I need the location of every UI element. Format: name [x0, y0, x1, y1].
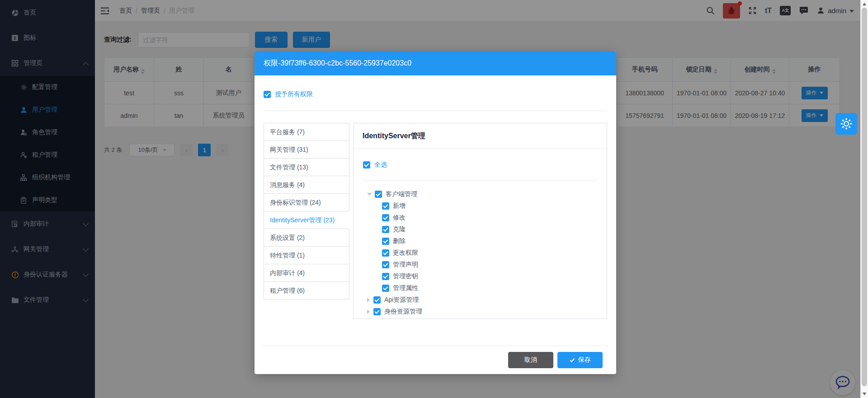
tree-node-api-resources: Api资源管理 [367, 294, 607, 306]
permission-panel: IdentityServer管理 全选 客户端管理 新增 [353, 123, 607, 319]
panel-title: IdentityServer管理 [354, 123, 607, 149]
group-item-identityserver[interactable]: IdentityServer管理 (23) [264, 211, 349, 229]
tree-node-label[interactable]: 管理属性 [393, 284, 418, 292]
save-button[interactable]: 保存 [557, 352, 603, 368]
group-item-features[interactable]: 特性管理 (1) [264, 246, 349, 264]
scrollbar-thumb[interactable] [862, 8, 867, 386]
group-item-identity[interactable]: 身份标识管理 (24) [264, 193, 349, 211]
group-item-tenants[interactable]: 租户管理 (6) [264, 281, 349, 300]
tree-node-update: 修改 [382, 212, 607, 224]
divider [363, 180, 598, 181]
group-item-messages[interactable]: 消息服务 (4) [264, 176, 349, 194]
tree-checkbox[interactable] [382, 249, 389, 257]
modal-body: 授予所有权限 平台服务 (7) 网关管理 (31) 文件管理 (13) 消息服务… [255, 75, 616, 346]
tree-node-client-management: 客户端管理 [367, 188, 607, 200]
tree-node-identity-resources: 身份资源管理 [367, 306, 607, 318]
tree-node-label[interactable]: 新增 [393, 202, 406, 210]
tree-checkbox[interactable] [382, 285, 389, 292]
tree-node-delete: 删除 [382, 235, 607, 247]
tree-checkbox[interactable] [373, 308, 381, 315]
page-scrollbar[interactable] [860, 0, 868, 398]
scroll-up-arrow[interactable] [863, 3, 866, 5]
grant-all-row: 授予所有权限 [264, 90, 607, 98]
tree-checkbox[interactable] [382, 238, 389, 245]
tree-checkbox[interactable] [382, 273, 389, 280]
tree-node-label[interactable]: 更改权限 [393, 249, 418, 257]
tree-expand-icon[interactable] [367, 193, 372, 196]
tree-node-change-permissions: 更改权限 [382, 247, 607, 259]
permissions-modal: 权限-39f73ff6-6300-c2bc-5560-25937e0203c0 … [255, 51, 616, 374]
tree-node-manage-claims: 管理声明 [382, 259, 607, 271]
select-all-row: 全选 [363, 161, 607, 169]
modal-header: 权限-39f73ff6-6300-c2bc-5560-25937e0203c0 [255, 51, 616, 75]
tree-checkbox[interactable] [382, 214, 389, 221]
select-all-label[interactable]: 全选 [374, 161, 387, 169]
cancel-button[interactable]: 取消 [508, 352, 553, 368]
divider [264, 111, 607, 111]
check-icon [570, 357, 575, 363]
permission-tree: 客户端管理 新增 修改 克隆 [367, 188, 607, 318]
permission-group-list: 平台服务 (7) 网关管理 (31) 文件管理 (13) 消息服务 (4) 身份… [264, 123, 349, 300]
scroll-down-arrow[interactable] [863, 393, 866, 395]
group-item-platform[interactable]: 平台服务 (7) [264, 123, 349, 141]
group-item-gateway[interactable]: 网关管理 (31) [264, 140, 349, 159]
tree-node-label[interactable]: 删除 [393, 237, 406, 245]
grant-all-checkbox[interactable] [264, 91, 271, 98]
tree-node-manage-secrets: 管理密钥 [382, 271, 607, 282]
tree-node-label[interactable]: 管理声明 [393, 261, 418, 269]
group-item-files[interactable]: 文件管理 (13) [264, 158, 349, 176]
tree-node-label[interactable]: 身份资源管理 [384, 308, 422, 316]
grant-all-label[interactable]: 授予所有权限 [275, 90, 313, 98]
tree-checkbox[interactable] [382, 202, 389, 210]
tree-node-label[interactable]: Api资源管理 [384, 296, 419, 304]
tree-checkbox[interactable] [375, 191, 382, 198]
tree-checkbox[interactable] [373, 296, 381, 304]
tree-node-manage-properties: 管理属性 [382, 282, 607, 294]
modal-footer: 取消 保存 [263, 346, 608, 374]
tree-checkbox[interactable] [382, 261, 389, 268]
tree-node-label[interactable]: 修改 [393, 214, 406, 222]
permission-columns: 平台服务 (7) 网关管理 (31) 文件管理 (13) 消息服务 (4) 身份… [264, 123, 607, 319]
tree-collapse-icon[interactable] [367, 298, 370, 302]
theme-settings-button[interactable] [835, 113, 857, 135]
modal-title: 权限-39f73ff6-6300-c2bc-5560-25937e0203c0 [264, 59, 411, 68]
gear-icon [840, 117, 853, 130]
tree-node-create: 新增 [382, 200, 607, 212]
tree-node-clone: 克隆 [382, 224, 607, 235]
tree-node-label[interactable]: 克隆 [393, 225, 406, 234]
group-item-system-settings[interactable]: 系统设置 (2) [264, 229, 349, 247]
group-item-internal-audit[interactable]: 内部审计 (4) [264, 264, 349, 282]
tree-collapse-icon[interactable] [367, 309, 370, 314]
tree-checkbox[interactable] [382, 226, 389, 233]
tree-node-label[interactable]: 客户端管理 [386, 190, 417, 198]
tree-node-label[interactable]: 管理密钥 [393, 272, 418, 281]
select-all-checkbox[interactable] [363, 161, 370, 169]
